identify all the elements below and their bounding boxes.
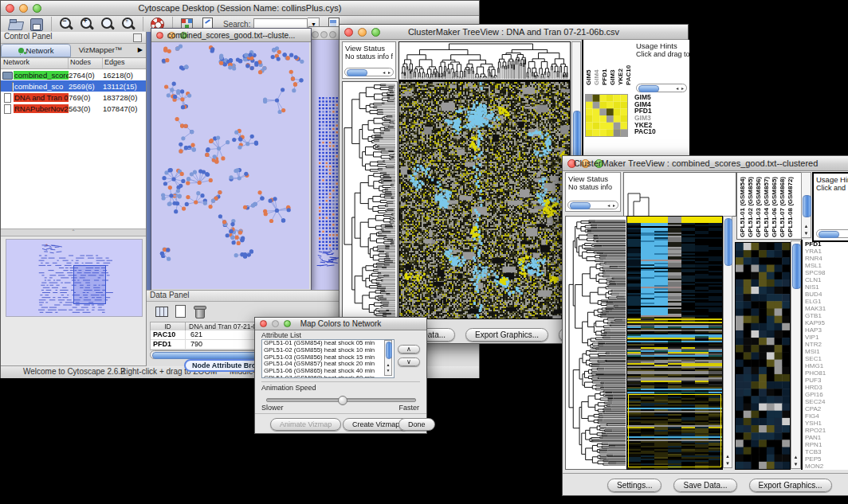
tv2-heatmap-vscroll[interactable]: ▲ ▼ <box>723 216 732 468</box>
scroll-down-arrow[interactable]: ▼ <box>791 461 800 468</box>
scroll-up-arrow[interactable]: ▲ <box>791 454 800 461</box>
tv2-zoom-heatmap[interactable] <box>735 242 791 470</box>
gene-label[interactable]: RPO21 <box>805 427 848 434</box>
tv1-column-dendrogram[interactable] <box>398 41 571 81</box>
row-label[interactable]: PAC10 <box>634 128 656 135</box>
scroll-thumb[interactable] <box>386 342 392 359</box>
save-icon[interactable] <box>29 17 45 32</box>
gene-label[interactable]: NTR2 <box>805 341 848 348</box>
list-item[interactable]: GPL51-04 (GSM857) heat shock 20 min <box>262 361 394 368</box>
gene-label[interactable]: TCB3 <box>805 448 848 455</box>
gene-label[interactable]: PAN1 <box>805 434 848 441</box>
gene-label[interactable]: CLN1 <box>805 276 848 283</box>
zoom-selected-icon[interactable]: ▫ <box>120 17 136 32</box>
gene-label[interactable]: SEC24 <box>805 398 848 405</box>
scroll-down-arrow[interactable]: ▼ <box>802 230 811 237</box>
gene-label[interactable]: HAP3 <box>805 326 848 334</box>
open-folder-icon[interactable] <box>8 17 24 32</box>
action-button[interactable]: Export Graphics... <box>749 479 832 492</box>
gene-label[interactable]: PHO81 <box>805 369 848 377</box>
scroll-thumb[interactable] <box>724 218 732 266</box>
gene-label[interactable]: FIG4 <box>805 412 848 420</box>
tv1-status-scroll[interactable]: ◂ ▸ <box>344 68 394 76</box>
list-item[interactable]: GPL51-02 (GSM855) heat shock 10 min <box>262 347 394 354</box>
scroll-thumb[interactable] <box>803 195 811 217</box>
move-down-button[interactable]: ∨ <box>398 357 420 366</box>
gene-label[interactable]: ELG1 <box>805 298 848 305</box>
new-attribute-icon[interactable] <box>173 304 189 319</box>
dialog-titlebar[interactable]: Map Colors to Network <box>255 318 426 330</box>
animate-vizmap-button[interactable]: Animate Vizmap <box>270 418 341 431</box>
tab-network[interactable]: Network <box>1 44 71 57</box>
zoom-out-icon[interactable]: − <box>58 17 74 32</box>
delete-attribute-icon[interactable] <box>192 304 208 319</box>
animation-speed-slider[interactable] <box>266 398 416 402</box>
tab-vizmapper[interactable]: VizMapper™ <box>71 44 130 57</box>
RNAPuberNov2+I[interactable]: RNAPuberNov2+I563(0)107847(0) <box>1 103 146 114</box>
network-view-titlebar[interactable]: combined_scores_good.txt--cluste... <box>151 29 311 42</box>
tab-overflow-arrow[interactable]: ▶ <box>130 44 146 57</box>
scroll-thumb[interactable] <box>792 244 801 289</box>
zoom-in-icon[interactable]: + <box>79 17 95 32</box>
col-header-nodes[interactable]: Nodes <box>69 58 103 68</box>
tv2-genes-vscroll[interactable]: ▲ ▼ <box>791 240 801 469</box>
action-button[interactable]: Save Data... <box>673 479 736 492</box>
main-titlebar[interactable]: Cytoscape Desktop (Session Name: collins… <box>1 1 479 16</box>
tv2-hints-scroll[interactable] <box>816 229 848 238</box>
gene-label[interactable]: NIS1 <box>805 283 848 291</box>
attribute-list-scroll[interactable]: ▲ ▼ <box>384 340 392 376</box>
list-item[interactable]: GPL51-01 (GSM854) heat shock 05 min <box>262 340 394 347</box>
zoom-fit-icon[interactable] <box>100 17 116 32</box>
move-up-button[interactable]: ∧ <box>398 345 420 354</box>
gene-label[interactable]: YRA1 <box>805 248 848 255</box>
tv2-labels-vscroll[interactable]: ▲ ▼ <box>801 172 811 238</box>
gene-label[interactable]: GPI16 <box>805 391 848 398</box>
list-item[interactable]: GPL51-06 (GSM865) heat shock 40 min <box>262 368 394 375</box>
tv2-row-dendrogram[interactable] <box>565 216 627 470</box>
gene-label[interactable]: PUF3 <box>805 377 848 384</box>
gene-label[interactable]: RPN1 <box>805 441 848 448</box>
done-button[interactable]: Done <box>398 418 435 431</box>
network-canvas[interactable] <box>151 42 309 289</box>
gene-label[interactable]: MSI1 <box>805 348 848 355</box>
combined_scores[interactable]: combined_scores2764(0)16218(0) <box>1 69 146 80</box>
gene-label[interactable]: RNR4 <box>805 255 848 262</box>
scroll-thumb[interactable] <box>638 85 659 92</box>
attribute-list[interactable]: GPL51-01 (GSM854) heat shock 05 minGPL51… <box>261 339 395 378</box>
list-item[interactable]: GPL51-07 (GSM868) heat shock 60 min <box>262 375 394 378</box>
network-overview[interactable] <box>6 239 143 317</box>
tv2-column-dendrogram[interactable] <box>623 172 736 217</box>
gene-label[interactable]: SEC1 <box>805 355 848 362</box>
gene-label[interactable]: CPA2 <box>805 405 848 412</box>
scroll-thumb[interactable] <box>819 231 839 238</box>
tv1-hints-scroll[interactable]: ◂ ▸ <box>636 84 687 92</box>
gene-label[interactable]: SPC98 <box>805 269 848 276</box>
tv1-heatmap[interactable] <box>398 81 571 319</box>
gene-label[interactable]: MSL1 <box>805 262 848 269</box>
panel-splitter[interactable]: ⌃ <box>1 229 146 236</box>
gene-label[interactable]: MAK31 <box>805 305 848 312</box>
action-button[interactable]: Export Graphics... <box>465 328 548 342</box>
action-button[interactable]: Settings... <box>607 479 662 492</box>
combined_sco[interactable]: combined_sco2569(6)13112(15) <box>1 80 146 92</box>
tv2-heatmap[interactable] <box>626 216 723 470</box>
scroll-down-arrow[interactable]: ▼ <box>724 460 732 467</box>
col-header-edges[interactable]: Edges <box>103 58 146 68</box>
float-panel-icon[interactable] <box>133 33 142 42</box>
scroll-up-arrow[interactable]: ▲ <box>724 453 732 460</box>
gene-label[interactable]: MON2 <box>805 463 848 470</box>
tv1-row-dendrogram[interactable] <box>342 81 398 319</box>
scroll-down-arrow[interactable]: ▼ <box>385 367 391 374</box>
tv2-status-scroll[interactable]: ◂ ▸ <box>567 201 618 209</box>
treeview1-titlebar[interactable]: ClusterMaker TreeView : DNA and Tran 07-… <box>340 25 688 40</box>
gene-label[interactable]: BUD4 <box>805 291 848 298</box>
gene-label[interactable]: GTB1 <box>805 312 848 319</box>
scroll-thumb[interactable] <box>570 202 591 209</box>
slider-thumb[interactable] <box>338 396 347 405</box>
attribute-table-icon[interactable] <box>154 304 170 319</box>
tv1-zoom-heatmap[interactable] <box>585 94 628 137</box>
gene-label[interactable]: VIP1 <box>805 334 848 341</box>
list-item[interactable]: GPL51-03 (GSM856) heat shock 15 min <box>262 354 394 361</box>
scroll-thumb[interactable] <box>347 69 367 76</box>
gene-label[interactable]: HRD3 <box>805 384 848 391</box>
